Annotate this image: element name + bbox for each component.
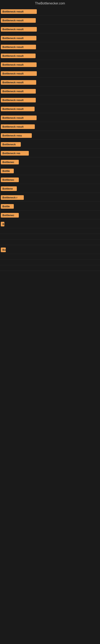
- bottleneck-badge[interactable]: Bottleneck result: [1, 80, 36, 85]
- bottleneck-badge[interactable]: Bottleneck result: [1, 18, 36, 23]
- bottleneck-row: Bottleneck result: [0, 60, 100, 69]
- bottleneck-badge[interactable]: Bottleneck res: [1, 151, 29, 156]
- bottleneck-row: Bottle: [0, 202, 100, 210]
- bottleneck-badge[interactable]: Bo: [1, 248, 6, 252]
- bottleneck-row: [0, 234, 100, 240]
- bottleneck-badge[interactable]: B: [1, 222, 4, 226]
- bottleneck-row: Bottleneck result: [0, 34, 100, 42]
- site-title: TheBottlenecker.com: [0, 0, 100, 7]
- bottleneck-badge[interactable]: Bottleneck: [1, 142, 21, 147]
- bottleneck-row: Bottlene: [0, 184, 100, 193]
- bottleneck-row: Bottlenec: [0, 158, 100, 166]
- bottleneck-row: Bottleneck result: [0, 86, 100, 96]
- bottleneck-badge[interactable]: Bottleneck result: [1, 89, 36, 94]
- bottleneck-row: Bottleneck result: [0, 78, 100, 86]
- bottleneck-row: Bottleneck result: [0, 113, 100, 122]
- bottleneck-row: Bottleneck r: [0, 193, 100, 202]
- bottleneck-badge[interactable]: Bottleneck result: [1, 45, 36, 49]
- bottleneck-row: Bottleneck result: [0, 69, 100, 78]
- bottleneck-row: Bottleneck result: [0, 7, 100, 16]
- bottleneck-row: [0, 260, 100, 265]
- bottleneck-row: Bottleneck: [0, 140, 100, 148]
- bottleneck-row: Bottleneck result: [0, 122, 100, 131]
- bottleneck-badge[interactable]: Bottleneck result: [1, 36, 36, 40]
- bottleneck-row: [0, 240, 100, 245]
- bottleneck-badge[interactable]: Bottleneck result: [1, 54, 36, 58]
- bottleneck-row: Bottlenec: [0, 175, 100, 184]
- bottleneck-badge[interactable]: Bottle: [1, 169, 14, 173]
- bottleneck-row: Bottlenec: [0, 210, 100, 219]
- bottleneck-badge[interactable]: Bottlenec: [1, 160, 19, 164]
- bottleneck-row: Bottle: [0, 166, 100, 175]
- bottleneck-row: B: [0, 219, 100, 228]
- bottleneck-badge[interactable]: Bottleneck result: [1, 98, 36, 102]
- bottleneck-badge[interactable]: Bottle: [1, 204, 14, 209]
- bottleneck-row: Bottleneck res: [0, 148, 100, 158]
- bottleneck-badge[interactable]: Bottleneck result: [1, 71, 37, 76]
- bottleneck-badge[interactable]: Bottleneck result: [1, 124, 35, 129]
- bottleneck-row: Bottleneck result: [0, 104, 100, 113]
- bottleneck-badge[interactable]: Bottlenec: [1, 213, 19, 218]
- bottleneck-badge[interactable]: Bottleneck result: [1, 62, 37, 67]
- bottleneck-badge[interactable]: Bottlenec: [1, 178, 19, 182]
- bottleneck-row: Bottleneck result: [0, 42, 100, 51]
- bottleneck-badge[interactable]: Bottleneck result: [1, 116, 37, 120]
- bottleneck-badge[interactable]: Bottleneck result: [1, 27, 37, 32]
- bottleneck-row: Bottleneck result: [0, 51, 100, 60]
- bottleneck-row: [0, 254, 100, 260]
- bottleneck-badge[interactable]: Bottleneck resu: [1, 133, 32, 138]
- bottleneck-row: Bottleneck resu: [0, 131, 100, 140]
- bottleneck-row: Bottleneck result: [0, 24, 100, 34]
- bottleneck-badge[interactable]: Bottlene: [1, 186, 17, 191]
- bottleneck-row: Bo: [0, 245, 100, 254]
- bottleneck-badge[interactable]: Bottleneck result: [1, 9, 37, 14]
- bottleneck-row: Bottleneck result: [0, 16, 100, 24]
- bottleneck-badge[interactable]: Bottleneck r: [1, 195, 24, 200]
- bottleneck-row: [0, 228, 100, 234]
- bottleneck-badge[interactable]: Bottleneck result: [1, 107, 35, 111]
- bottleneck-row: [0, 265, 100, 271]
- bottleneck-row: Bottleneck result: [0, 96, 100, 104]
